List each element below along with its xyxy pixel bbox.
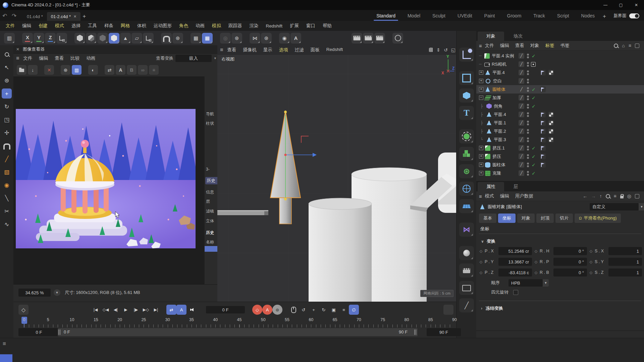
hamburger-icon[interactable]: ≡: [3, 341, 6, 347]
layout-tab-script[interactable]: Script: [551, 13, 575, 21]
enabled-check-icon[interactable]: ✓: [532, 154, 536, 159]
text-object-button[interactable]: T: [459, 106, 474, 120]
visibility-dots[interactable]: [527, 112, 529, 117]
enabled-check-icon[interactable]: ✓: [532, 145, 536, 151]
object-row-挤压[interactable]: +挤压╱✓: [476, 152, 644, 161]
om-menu-标签[interactable]: 标签: [542, 43, 557, 49]
flag-tag[interactable]: [540, 112, 546, 117]
record-key-button[interactable]: ◇: [252, 305, 262, 315]
range-grip-left[interactable]: [58, 329, 61, 335]
object-row-平面.4 实例[interactable]: ─平面.4 实例╱✓: [476, 52, 644, 60]
viewport-pan-hand-icon[interactable]: [429, 48, 433, 52]
hamburger-icon[interactable]: ≡: [479, 194, 482, 199]
spline-primitives-button[interactable]: [459, 71, 474, 85]
visibility-dots[interactable]: [527, 154, 529, 159]
display-objects-button[interactable]: [459, 281, 474, 295]
enabled-check-icon[interactable]: ✓: [532, 104, 536, 109]
model-mode-button[interactable]: [109, 33, 119, 44]
flag-tag[interactable]: [540, 70, 546, 75]
edit-pencil-icon[interactable]: ╱: [519, 70, 524, 75]
edit-pencil-icon[interactable]: ╱: [519, 95, 524, 101]
render-dot[interactable]: [527, 174, 529, 176]
vp-menu-选项[interactable]: 选项: [276, 47, 291, 53]
pv-menu-动画[interactable]: 动画: [83, 55, 99, 61]
menu-跟踪器[interactable]: 跟踪器: [225, 23, 246, 29]
layout-tab-paint[interactable]: Paint: [478, 13, 501, 21]
menu-渲染[interactable]: 渲染: [246, 23, 262, 29]
checker-tag[interactable]: [548, 137, 554, 142]
zoom-dropdown-icon[interactable]: ▼: [54, 289, 60, 296]
side-tab-2[interactable]: 3-: [206, 167, 217, 172]
om-menu-书签[interactable]: 书签: [557, 43, 573, 49]
filter-icon[interactable]: ≡: [629, 43, 631, 48]
vp-menu-过滤[interactable]: 过滤: [291, 47, 307, 53]
menu-网格[interactable]: 网格: [117, 23, 133, 29]
annotate-tool-button[interactable]: ╱: [459, 298, 474, 312]
expand-toggle[interactable]: +: [479, 79, 483, 83]
key-off-button[interactable]: ∅: [349, 305, 359, 315]
object-row-平面.1[interactable]: ├平面.1╱: [476, 119, 644, 127]
live-selection-tool[interactable]: ↖: [2, 62, 12, 72]
object-row-平面.2[interactable]: ├平面.2╱: [476, 127, 644, 135]
transform-group-header[interactable]: ∨ 变换: [481, 238, 495, 244]
side-tab-7[interactable]: 立体: [206, 218, 217, 224]
pop-out-icon[interactable]: [635, 194, 639, 198]
scale-tool[interactable]: ◳: [2, 115, 12, 125]
render-dot[interactable]: [527, 165, 529, 167]
layout-tab-standard[interactable]: Standard: [370, 13, 401, 21]
object-row-平面.4[interactable]: +平面.4╱: [476, 68, 644, 77]
histogram-button[interactable]: ▥: [72, 65, 82, 75]
interactive-render-region-button[interactable]: [392, 33, 403, 44]
lock-y-axis-button[interactable]: Y: [34, 33, 44, 44]
vp-menu-摄像机[interactable]: 摄像机: [239, 47, 260, 53]
field-input[interactable]: -83.4118 c: [498, 268, 532, 277]
object-row-圆柱体[interactable]: +圆柱体╱✓: [476, 161, 644, 169]
side-tab-6[interactable]: 滤镜: [206, 208, 217, 214]
render-dot[interactable]: [527, 65, 529, 67]
visibility-dots[interactable]: [527, 62, 529, 67]
layout-tab-model[interactable]: Model: [401, 13, 426, 21]
field-input[interactable]: 0 °: [553, 268, 587, 277]
lock-icon[interactable]: [620, 194, 624, 198]
texture-mode-button[interactable]: ▲: [120, 33, 131, 44]
pv-menu-查看[interactable]: 查看: [51, 55, 67, 61]
side-tab-3[interactable]: 历史: [205, 177, 217, 184]
visibility-dots[interactable]: [527, 104, 529, 109]
editor-dot[interactable]: [527, 70, 529, 72]
layout-tab-track[interactable]: Track: [527, 13, 551, 21]
attr-tab-封顶[interactable]: 封顶: [536, 214, 554, 223]
expand-toggle[interactable]: +: [479, 70, 483, 75]
checker-tag[interactable]: [548, 112, 554, 117]
field-input[interactable]: 1: [608, 247, 642, 255]
keyframe-diamond-icon[interactable]: ◇: [479, 260, 483, 264]
enabled-check-icon[interactable]: ✓: [532, 53, 536, 59]
edit-pencil-icon[interactable]: ╱: [519, 145, 524, 151]
quaternion-checkbox[interactable]: [513, 290, 518, 295]
autokey-button[interactable]: A: [262, 305, 272, 315]
render-dot[interactable]: [527, 115, 529, 117]
key-scale-button[interactable]: ▣: [329, 305, 339, 315]
render-dot[interactable]: [527, 107, 529, 109]
keyframe-diamond-icon[interactable]: ◇: [589, 260, 593, 264]
layout-tab-groom[interactable]: Groom: [501, 13, 528, 21]
visibility-dots[interactable]: [527, 163, 529, 167]
flag-tag[interactable]: [540, 145, 546, 151]
side-tab-10[interactable]: [205, 246, 217, 252]
auto-mode-button[interactable]: A: [290, 33, 301, 44]
object-primitives-button[interactable]: [459, 88, 474, 103]
menu-选择[interactable]: 选择: [68, 23, 84, 29]
link-images-button[interactable]: ∞: [138, 65, 148, 75]
set-keyframe-button[interactable]: ◇: [18, 305, 29, 315]
edit-pencil-icon[interactable]: ╱: [519, 120, 524, 126]
om-menu-文件[interactable]: 文件: [482, 43, 497, 49]
expand-toggle[interactable]: −: [479, 96, 483, 100]
visibility-dots[interactable]: [527, 96, 529, 100]
search-icon[interactable]: [614, 44, 618, 48]
previous-frame-button[interactable]: ◀|: [111, 305, 121, 315]
vp-menu-面板[interactable]: 面板: [307, 47, 323, 53]
object-row-加厚[interactable]: −加厚╱✓: [476, 94, 644, 102]
range-start-field[interactable]: 0 F: [18, 328, 59, 336]
visibility-dots[interactable]: [527, 137, 529, 142]
panel-close-icon[interactable]: ✕: [16, 47, 19, 52]
expand-toggle[interactable]: +: [479, 87, 483, 92]
